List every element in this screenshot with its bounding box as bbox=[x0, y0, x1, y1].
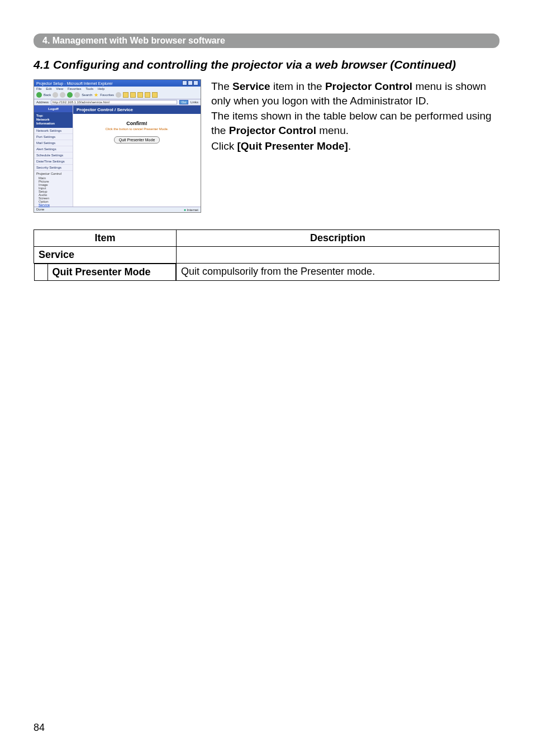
back-label[interactable]: Back bbox=[44, 93, 51, 97]
history-icon[interactable] bbox=[123, 92, 129, 98]
address-label: Address bbox=[36, 101, 49, 104]
para-3: Click [Quit Presenter Mode]. bbox=[211, 139, 499, 154]
edit-page-icon[interactable] bbox=[145, 92, 150, 98]
back-icon[interactable] bbox=[36, 92, 42, 98]
header-item: Item bbox=[34, 229, 177, 246]
quit-presenter-mode-button[interactable]: Quit Presenter Mode bbox=[114, 136, 160, 143]
address-input[interactable]: http://192.168.1.10/admin/service.html bbox=[51, 100, 177, 104]
window-titlebar: Projector Setup - Microsoft Internet Exp… bbox=[34, 80, 201, 87]
status-zone-text: Internet bbox=[187, 208, 198, 212]
globe-icon: ● bbox=[184, 208, 186, 212]
menu-favorites[interactable]: Favorites bbox=[68, 87, 82, 90]
links-label[interactable]: Links bbox=[191, 101, 198, 104]
favorites-icon[interactable]: ★ bbox=[94, 92, 98, 98]
menu-view[interactable]: View bbox=[56, 87, 63, 90]
panel-title: Projector Control / Service bbox=[73, 106, 201, 114]
body-text: The Service item in the Projector Contro… bbox=[211, 79, 499, 154]
go-button[interactable]: Go bbox=[179, 100, 188, 104]
description-table: Item Description Service Quit Presenter … bbox=[34, 229, 499, 281]
service-desc-empty bbox=[177, 246, 499, 263]
browser-menubar[interactable]: File Edit View Favorites Tools Help bbox=[34, 87, 201, 91]
browser-screenshot: Projector Setup - Microsoft Internet Exp… bbox=[34, 79, 201, 213]
browser-content: Logoff Top: Network Information Network … bbox=[34, 106, 201, 207]
sidebar-item-schedule[interactable]: Schedule Settings bbox=[34, 152, 73, 159]
indent-cell bbox=[34, 264, 47, 280]
logoff-button[interactable]: Logoff bbox=[34, 106, 73, 112]
status-bar: Done ● Internet bbox=[34, 207, 201, 212]
address-bar[interactable]: Address http://192.168.1.10/admin/servic… bbox=[34, 99, 201, 106]
status-done: Done bbox=[36, 208, 44, 212]
search-label[interactable]: Search bbox=[82, 93, 92, 97]
media-icon[interactable] bbox=[116, 92, 121, 98]
mail-icon[interactable] bbox=[130, 92, 136, 98]
table-row: Quit Presenter Mode Quit compulsorily fr… bbox=[34, 263, 499, 281]
minimize-icon[interactable] bbox=[182, 80, 187, 85]
maximize-icon[interactable] bbox=[188, 80, 193, 85]
bold-projector-control-2: Projector Control bbox=[229, 125, 316, 136]
section-title: 4.1 Configuring and controlling the proj… bbox=[34, 58, 499, 71]
page-number: 84 bbox=[34, 722, 45, 734]
table-header-row: Item Description bbox=[34, 229, 499, 246]
sidebar-item-network[interactable]: Network Settings bbox=[34, 128, 73, 134]
bold-service: Service bbox=[232, 80, 270, 92]
warn-text: Click the button to cancel Presenter Mod… bbox=[78, 127, 196, 131]
menu-help[interactable]: Help bbox=[98, 87, 104, 90]
menu-file[interactable]: File bbox=[36, 87, 42, 90]
header-description: Description bbox=[177, 229, 499, 246]
confirm-label: Confirm! bbox=[78, 121, 196, 126]
favorites-label[interactable]: Favorites bbox=[100, 93, 114, 97]
content-two-column: Projector Setup - Microsoft Internet Exp… bbox=[34, 79, 499, 213]
breadcrumb: 4. Management with Web browser software bbox=[34, 34, 499, 48]
para-2: The items shown in the table below can b… bbox=[211, 109, 499, 137]
stop-icon[interactable] bbox=[60, 92, 65, 98]
sidebar-item-mail[interactable]: Mail Settings bbox=[34, 140, 73, 146]
item-quit-presenter: Quit Presenter Mode bbox=[47, 264, 176, 280]
config-main-panel: Projector Control / Service Confirm! Cli… bbox=[73, 106, 201, 207]
bold-projector-control: Projector Control bbox=[325, 80, 412, 92]
browser-toolbar[interactable]: Back Search ★ Favorites bbox=[34, 91, 201, 99]
desc-quit-presenter: Quit compulsorily from the Presenter mod… bbox=[177, 263, 499, 281]
table-row-service: Service bbox=[34, 246, 499, 263]
page-root: 4. Management with Web browser software … bbox=[0, 0, 533, 756]
sidebar-item-security[interactable]: Security Settings bbox=[34, 165, 73, 171]
menu-edit[interactable]: Edit bbox=[46, 87, 51, 90]
print-icon[interactable] bbox=[137, 92, 143, 98]
sidebar-item-port[interactable]: Port Settings bbox=[34, 134, 73, 140]
window-buttons[interactable] bbox=[182, 80, 198, 86]
close-icon[interactable] bbox=[193, 80, 198, 85]
sidebar-group-projector-control: Projector Control bbox=[34, 171, 73, 176]
sidebar-item-alert[interactable]: Alert Settings bbox=[34, 146, 73, 152]
sidebar-item-datetime[interactable]: Date/Time Settings bbox=[34, 159, 73, 165]
panel-body: Confirm! Click the button to cancel Pres… bbox=[73, 114, 201, 148]
status-zone: ● Internet bbox=[184, 208, 198, 212]
window-title: Projector Setup - Microsoft Internet Exp… bbox=[36, 82, 113, 85]
refresh-icon[interactable] bbox=[67, 92, 73, 98]
service-label: Service bbox=[34, 246, 177, 263]
config-sidebar: Logoff Top: Network Information Network … bbox=[34, 106, 73, 207]
forward-icon[interactable] bbox=[53, 92, 58, 98]
sidebar-top[interactable]: Top: Network Information bbox=[34, 112, 73, 128]
bold-quit-presenter: [Quit Presenter Mode] bbox=[237, 140, 348, 152]
sidebar-sub-service[interactable]: Service bbox=[34, 203, 73, 207]
menu-tools[interactable]: Tools bbox=[85, 87, 93, 90]
home-icon[interactable] bbox=[74, 92, 80, 98]
para-1: The Service item in the Projector Contro… bbox=[211, 79, 499, 108]
discuss-icon[interactable] bbox=[152, 92, 158, 98]
breadcrumb-text: 4. Management with Web browser software bbox=[42, 36, 225, 45]
